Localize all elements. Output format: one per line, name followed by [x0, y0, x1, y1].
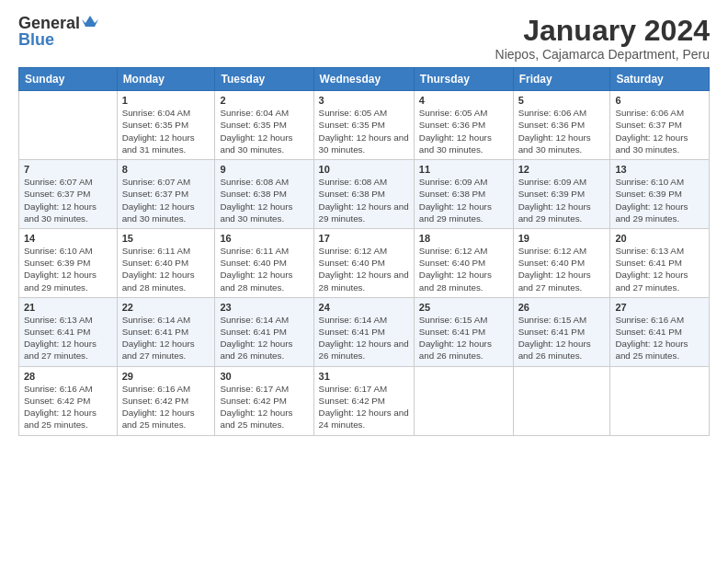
sunset-text: Sunset: 6:35 PM: [319, 119, 409, 131]
header-friday: Friday: [513, 68, 610, 91]
sunrise-text: Sunrise: 6:08 AM: [220, 176, 308, 188]
day-info: Sunrise: 6:16 AM Sunset: 6:42 PM Dayligh…: [24, 383, 112, 431]
sunset-text: Sunset: 6:40 PM: [518, 257, 606, 269]
sunrise-text: Sunrise: 6:05 AM: [319, 107, 409, 119]
sunset-text: Sunset: 6:41 PM: [220, 326, 308, 338]
sunset-text: Sunset: 6:41 PM: [319, 326, 409, 338]
table-row: 14 Sunrise: 6:10 AM Sunset: 6:39 PM Dayl…: [19, 228, 118, 297]
sunset-text: Sunset: 6:39 PM: [518, 188, 606, 200]
day-number: 22: [122, 302, 210, 313]
day-info: Sunrise: 6:17 AM Sunset: 6:42 PM Dayligh…: [220, 383, 308, 431]
daylight-text: Daylight: 12 hours and 30 minutes.: [24, 201, 112, 224]
day-number: 13: [615, 164, 704, 175]
daylight-text: Daylight: 12 hours and 28 minutes.: [319, 269, 409, 293]
sunrise-text: Sunrise: 6:14 AM: [220, 314, 308, 326]
header-saturday: Saturday: [610, 68, 710, 91]
sunset-text: Sunset: 6:39 PM: [24, 257, 112, 269]
weekday-header-row: Sunday Monday Tuesday Wednesday Thursday…: [19, 68, 710, 91]
header-sunday: Sunday: [19, 68, 118, 91]
daylight-text: Daylight: 12 hours and 30 minutes.: [220, 132, 308, 155]
sunrise-text: Sunrise: 6:05 AM: [419, 107, 508, 119]
day-number: 11: [419, 164, 508, 175]
table-row: 12 Sunrise: 6:09 AM Sunset: 6:39 PM Dayl…: [513, 160, 610, 229]
daylight-text: Daylight: 12 hours and 29 minutes.: [615, 201, 704, 224]
day-info: Sunrise: 6:10 AM Sunset: 6:39 PM Dayligh…: [615, 176, 704, 224]
day-info: Sunrise: 6:09 AM Sunset: 6:39 PM Dayligh…: [518, 176, 606, 224]
table-row: 9 Sunrise: 6:08 AM Sunset: 6:38 PM Dayli…: [215, 160, 313, 229]
table-row: 17 Sunrise: 6:12 AM Sunset: 6:40 PM Dayl…: [313, 228, 414, 297]
sunset-text: Sunset: 6:42 PM: [122, 395, 210, 407]
table-row: 27 Sunrise: 6:16 AM Sunset: 6:41 PM Dayl…: [610, 297, 710, 366]
sunset-text: Sunset: 6:35 PM: [122, 119, 210, 131]
daylight-text: Daylight: 12 hours and 28 minutes.: [220, 269, 308, 293]
sunrise-text: Sunrise: 6:17 AM: [220, 383, 308, 395]
day-number: 6: [615, 95, 704, 106]
sunset-text: Sunset: 6:38 PM: [319, 188, 409, 200]
table-row: 30 Sunrise: 6:17 AM Sunset: 6:42 PM Dayl…: [215, 366, 313, 435]
calendar-week-row: 14 Sunrise: 6:10 AM Sunset: 6:39 PM Dayl…: [19, 228, 710, 297]
sunrise-text: Sunrise: 6:16 AM: [24, 383, 112, 395]
logo-general-text: General: [18, 15, 80, 31]
day-number: 24: [319, 302, 409, 313]
sunset-text: Sunset: 6:42 PM: [319, 395, 409, 407]
daylight-text: Daylight: 12 hours and 29 minutes.: [24, 269, 112, 293]
daylight-text: Daylight: 12 hours and 27 minutes.: [518, 269, 606, 293]
sunrise-text: Sunrise: 6:10 AM: [615, 176, 704, 188]
sunrise-text: Sunrise: 6:12 AM: [319, 245, 409, 257]
daylight-text: Daylight: 12 hours and 26 minutes.: [319, 338, 409, 362]
daylight-text: Daylight: 12 hours and 30 minutes.: [319, 132, 409, 155]
table-row: 11 Sunrise: 6:09 AM Sunset: 6:38 PM Dayl…: [414, 160, 513, 229]
day-number: 2: [220, 95, 308, 106]
table-row: 25 Sunrise: 6:15 AM Sunset: 6:41 PM Dayl…: [414, 297, 513, 366]
table-row: 24 Sunrise: 6:14 AM Sunset: 6:41 PM Dayl…: [313, 297, 414, 366]
day-number: 18: [419, 233, 508, 244]
day-info: Sunrise: 6:13 AM Sunset: 6:41 PM Dayligh…: [24, 314, 112, 362]
table-row: 22 Sunrise: 6:14 AM Sunset: 6:41 PM Dayl…: [117, 297, 215, 366]
day-number: 31: [319, 371, 409, 382]
header-tuesday: Tuesday: [215, 68, 313, 91]
header-monday: Monday: [117, 68, 215, 91]
daylight-text: Daylight: 12 hours and 27 minutes.: [122, 338, 210, 362]
day-number: 21: [24, 302, 112, 313]
sunrise-text: Sunrise: 6:07 AM: [24, 176, 112, 188]
day-number: 30: [220, 371, 308, 382]
sunrise-text: Sunrise: 6:15 AM: [419, 314, 508, 326]
table-row: 28 Sunrise: 6:16 AM Sunset: 6:42 PM Dayl…: [19, 366, 118, 435]
table-row: 20 Sunrise: 6:13 AM Sunset: 6:41 PM Dayl…: [610, 228, 710, 297]
sunrise-text: Sunrise: 6:04 AM: [122, 107, 210, 119]
table-row: 13 Sunrise: 6:10 AM Sunset: 6:39 PM Dayl…: [610, 160, 710, 229]
sunset-text: Sunset: 6:40 PM: [319, 257, 409, 269]
day-info: Sunrise: 6:14 AM Sunset: 6:41 PM Dayligh…: [220, 314, 308, 362]
day-number: 9: [220, 164, 308, 175]
table-row: 23 Sunrise: 6:14 AM Sunset: 6:41 PM Dayl…: [215, 297, 313, 366]
logo-blue-text: Blue: [18, 31, 54, 48]
table-row: 10 Sunrise: 6:08 AM Sunset: 6:38 PM Dayl…: [313, 160, 414, 229]
day-number: 16: [220, 233, 308, 244]
sunrise-text: Sunrise: 6:10 AM: [24, 245, 112, 257]
table-row: 31 Sunrise: 6:17 AM Sunset: 6:42 PM Dayl…: [313, 366, 414, 435]
day-info: Sunrise: 6:08 AM Sunset: 6:38 PM Dayligh…: [319, 176, 409, 224]
sunset-text: Sunset: 6:38 PM: [220, 188, 308, 200]
day-info: Sunrise: 6:07 AM Sunset: 6:37 PM Dayligh…: [122, 176, 210, 224]
sunrise-text: Sunrise: 6:12 AM: [419, 245, 508, 257]
sunset-text: Sunset: 6:37 PM: [24, 188, 112, 200]
sunrise-text: Sunrise: 6:09 AM: [419, 176, 508, 188]
sunrise-text: Sunrise: 6:14 AM: [319, 314, 409, 326]
day-number: 17: [319, 233, 409, 244]
calendar-week-row: 1 Sunrise: 6:04 AM Sunset: 6:35 PM Dayli…: [19, 91, 710, 160]
table-row: 1 Sunrise: 6:04 AM Sunset: 6:35 PM Dayli…: [117, 91, 215, 160]
sunset-text: Sunset: 6:38 PM: [419, 188, 508, 200]
sunrise-text: Sunrise: 6:09 AM: [518, 176, 606, 188]
day-info: Sunrise: 6:10 AM Sunset: 6:39 PM Dayligh…: [24, 245, 112, 293]
daylight-text: Daylight: 12 hours and 27 minutes.: [615, 269, 704, 293]
daylight-text: Daylight: 12 hours and 26 minutes.: [220, 338, 308, 362]
sunset-text: Sunset: 6:35 PM: [220, 119, 308, 131]
day-info: Sunrise: 6:15 AM Sunset: 6:41 PM Dayligh…: [419, 314, 508, 362]
calendar-subtitle: Niepos, Cajamarca Department, Peru: [495, 47, 710, 62]
daylight-text: Daylight: 12 hours and 28 minutes.: [122, 269, 210, 293]
sunrise-text: Sunrise: 6:11 AM: [220, 245, 308, 257]
day-info: Sunrise: 6:05 AM Sunset: 6:36 PM Dayligh…: [419, 107, 508, 155]
sunrise-text: Sunrise: 6:07 AM: [122, 176, 210, 188]
calendar-title: January 2024: [495, 15, 710, 47]
sunset-text: Sunset: 6:40 PM: [220, 257, 308, 269]
